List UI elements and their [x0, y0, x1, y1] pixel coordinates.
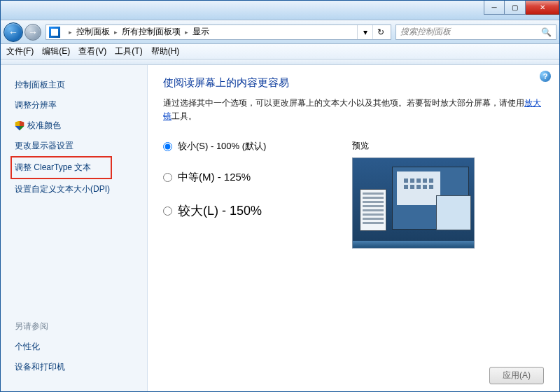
search-placeholder: 搜索控制面板: [400, 26, 451, 38]
preview-label: 预览: [352, 140, 544, 152]
address-bar[interactable]: ▸ 控制面板 ▸ 所有控制面板项 ▸ 显示 ▾ ↻: [46, 24, 391, 40]
menu-help[interactable]: 帮助(H): [151, 46, 180, 57]
size-radio-large[interactable]: [163, 206, 172, 216]
see-also-header: 另请参阅: [15, 316, 147, 337]
close-button[interactable]: ✕: [526, 1, 559, 15]
back-button[interactable]: ←: [4, 22, 23, 42]
menu-edit[interactable]: 编辑(E): [42, 46, 70, 57]
size-radio-small[interactable]: [163, 142, 172, 151]
breadcrumb-sep: ▸: [69, 29, 72, 36]
see-also-personalization[interactable]: 个性化: [15, 337, 147, 357]
size-option-medium[interactable]: 中等(M) - 125%: [163, 171, 352, 184]
forward-button[interactable]: →: [24, 24, 41, 41]
see-also-devices-printers[interactable]: 设备和打印机: [15, 357, 147, 377]
breadcrumb[interactable]: 所有控制面板项: [122, 26, 181, 38]
sidebar: 控制面板主页 调整分辨率 校准颜色 更改显示器设置 调整 ClearType 文…: [1, 65, 148, 391]
breadcrumb-sep: ▸: [185, 29, 188, 36]
sidebar-item-custom-dpi[interactable]: 设置自定义文本大小(DPI): [15, 179, 147, 200]
titlebar: ─ ▢ ✕: [1, 1, 559, 20]
description: 通过选择其中一个选项，可以更改屏幕上的文本大小以及其他项。若要暂时放大部分屏幕，…: [163, 97, 544, 123]
breadcrumb-sep: ▸: [114, 29, 118, 36]
search-input[interactable]: 搜索控制面板 🔍: [396, 24, 556, 40]
menu-tools[interactable]: 工具(T): [115, 46, 142, 57]
toolstrip: [1, 59, 559, 65]
sidebar-item-cleartype[interactable]: 调整 ClearType 文本: [10, 156, 112, 179]
help-icon[interactable]: ?: [540, 71, 551, 82]
breadcrumb[interactable]: 控制面板: [76, 26, 110, 38]
apply-button[interactable]: 应用(A): [489, 367, 544, 384]
menubar: 文件(F) 编辑(E) 查看(V) 工具(T) 帮助(H): [1, 44, 559, 59]
maximize-button[interactable]: ▢: [505, 1, 526, 15]
sidebar-item-home[interactable]: 控制面板主页: [15, 75, 147, 95]
breadcrumb[interactable]: 显示: [192, 26, 209, 38]
size-radio-medium[interactable]: [163, 173, 172, 182]
size-option-small[interactable]: 较小(S) - 100% (默认): [163, 140, 352, 153]
refresh-button[interactable]: ↻: [372, 25, 388, 39]
address-dropdown[interactable]: ▾: [357, 25, 372, 39]
content: ? 使阅读屏幕上的内容更容易 通过选择其中一个选项，可以更改屏幕上的文本大小以及…: [148, 65, 559, 391]
sidebar-item-display-settings[interactable]: 更改显示器设置: [15, 136, 147, 156]
navbar: ← → ▸ 控制面板 ▸ 所有控制面板项 ▸ 显示 ▾ ↻ 搜索控制面板 🔍: [1, 20, 559, 44]
page-title: 使阅读屏幕上的内容更容易: [163, 76, 544, 90]
preview-thumbnail: [352, 158, 475, 248]
size-option-large[interactable]: 较大(L) - 150%: [163, 202, 352, 219]
menu-file[interactable]: 文件(F): [6, 46, 34, 57]
menu-view[interactable]: 查看(V): [78, 46, 106, 57]
sidebar-item-resolution[interactable]: 调整分辨率: [15, 95, 147, 115]
sidebar-item-calibrate-color[interactable]: 校准颜色: [15, 115, 147, 136]
search-icon: 🔍: [541, 27, 552, 37]
control-panel-icon: [49, 27, 60, 38]
minimize-button[interactable]: ─: [484, 1, 505, 15]
